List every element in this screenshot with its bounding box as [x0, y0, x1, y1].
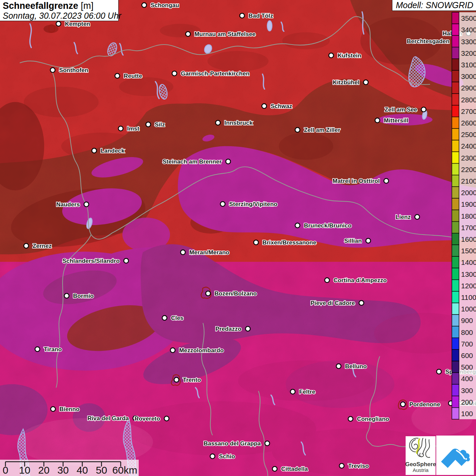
city-label-zell-am-ziller: Zell am Ziller	[304, 127, 340, 133]
colorbar-segment-800	[452, 326, 459, 338]
colorbar-segment-100	[452, 408, 459, 419]
geosphere-logo-subtext: Austria	[413, 468, 429, 473]
city-marker-sonthofen	[50, 68, 55, 72]
city-marker-kitzb-hel	[363, 80, 368, 85]
city-marker-bassano-del-grappa	[265, 441, 270, 446]
city-label-pordenone: Pordenone	[409, 401, 440, 408]
scale-label-50: 50	[96, 464, 107, 476]
city-marker-belluno	[336, 364, 341, 369]
city-marker-pordenone	[401, 402, 405, 407]
colorbar-value-1000: 1000	[461, 305, 476, 313]
model-label: Modell: SNOWGRID	[396, 0, 473, 10]
city-lienz: Lienz	[396, 214, 420, 220]
scale-label-40: 40	[76, 464, 88, 476]
colorbar-value-1400: 1400	[461, 258, 476, 266]
colorbar-segment-1300	[452, 268, 459, 279]
city-marker-imst	[118, 126, 123, 131]
colorbar-segment-1700	[452, 222, 459, 233]
city-label-reutte: Reutte	[124, 73, 142, 79]
city-marker-rovereto	[164, 416, 169, 421]
city-label-kempten: Kempten	[65, 21, 90, 27]
city-label-feltre: Feltre	[299, 389, 316, 395]
city-label-kitzb-hel: Kitzbühel	[333, 79, 359, 86]
city-marker-trento	[174, 377, 179, 382]
scale-label-10: 10	[19, 464, 30, 476]
colorbar-value-800: 800	[461, 328, 473, 336]
colorbar-value-2000: 2000	[461, 189, 476, 197]
colorbar-value-2600: 2600	[461, 119, 476, 127]
colorbar-value-3200: 3200	[461, 49, 476, 57]
colorbar-value-1800: 1800	[461, 212, 476, 220]
colorbar-value-2900: 2900	[461, 84, 476, 92]
colorbar-segment-300	[452, 384, 459, 396]
city-label-sonthofen: Sonthofen	[59, 67, 88, 73]
colorbar-value-200: 200	[461, 398, 473, 406]
city-marker-sillian	[366, 238, 371, 243]
city-marker-pieve-di-cadore	[359, 301, 364, 305]
colorbar-segment-1400	[452, 256, 459, 268]
colorbar-segment-2100	[452, 175, 459, 187]
colorbar-segment-3500	[452, 12, 459, 24]
city-label-zernez: Zernez	[33, 243, 52, 249]
city-marker-lienz	[415, 215, 420, 219]
city-label-tirano: Tirano	[44, 346, 62, 353]
scale-label-30: 30	[57, 464, 69, 476]
colorbar-segment-3300	[452, 35, 459, 47]
weather-map-screenshot: SchongauBad TölzKemptenMurnau am Staffel…	[0, 0, 476, 476]
colorbar-segment-2900	[452, 82, 459, 94]
snowline-map: SchongauBad TölzKemptenMurnau am Staffel…	[0, 0, 476, 476]
city-label-kufstein: Kufstein	[338, 52, 361, 59]
colorbar-value-3100: 3100	[461, 61, 476, 69]
city-label-bassano-del-grappa: Bassano del Grappa	[204, 440, 261, 447]
city-marker-bad-t-lz	[240, 13, 244, 18]
city-label-bozen-bolzano: Bozen/Bolzano	[215, 290, 257, 297]
scale-label-60km: 60km	[112, 464, 137, 476]
city-label-schio: Schio	[219, 453, 235, 460]
city-marker-landeck	[92, 148, 97, 153]
colorbar-segment-400	[452, 373, 459, 384]
city-marker-garmisch-partenkirchen	[172, 71, 177, 76]
city-marker-schlanders-silandro	[124, 258, 129, 263]
colorbar-segment-2200	[452, 164, 459, 175]
city-marker-spilimbergo	[437, 369, 441, 374]
city-label-trento: Trento	[183, 377, 201, 383]
colorbar-value-1100: 1100	[461, 293, 476, 301]
city-label-meran-merano: Meran/Merano	[189, 249, 230, 256]
city-sterzing-vipiteno: Sterzing/Vipiteno	[220, 201, 277, 207]
city-label-innsbruck: Innsbruck	[224, 120, 253, 126]
colorbar-value-2200: 2200	[461, 166, 476, 173]
city-marker-predazzo	[245, 326, 250, 331]
colorbar-segment-600	[452, 350, 459, 361]
scale-label-0: 0	[3, 464, 8, 476]
city-murnau-am-staffelsee: Murnau am Staffelsee	[186, 31, 256, 37]
city-label-steinach-am-brenner: Steinach am Brenner	[163, 158, 222, 165]
title-parameter: Schneefallgrenze	[3, 1, 78, 11]
city-cortina-d-ampezzo: Cortina d'Ampezzo	[325, 277, 387, 284]
city-marker-innsbruck	[216, 120, 220, 125]
colorbar-segment-1500	[452, 245, 459, 256]
city-label-cortina-d-ampezzo: Cortina d'Ampezzo	[334, 277, 387, 284]
city-label-zell-am-see: Zell am See	[385, 106, 417, 113]
colorbar-value-2100: 2100	[461, 177, 476, 185]
colorbar-value-2400: 2400	[461, 142, 476, 150]
city-marker-kempten	[56, 21, 61, 26]
city-label-cles: Cles	[171, 315, 184, 321]
colorbar-value-1900: 1900	[461, 200, 476, 208]
colorbar-segment-2700	[452, 105, 459, 117]
city-label-cittadella: Cittadella	[281, 466, 308, 472]
city-marker-treviso	[339, 463, 344, 468]
colorbar-value-300: 300	[461, 387, 473, 394]
colorbar-segment-1000	[452, 303, 459, 314]
city-label-silz: Silz	[155, 121, 165, 128]
city-marker-cittadella	[272, 466, 277, 471]
city-marker-zernez	[24, 243, 29, 248]
city-marker-conegliano	[348, 417, 353, 421]
colorbar-segment-500	[452, 361, 459, 373]
avalanche-report-logo-box	[436, 436, 474, 475]
geosphere-contour-icon	[408, 436, 433, 461]
city-label-conegliano: Conegliano	[357, 416, 389, 422]
scale-bar: 0102030405060km	[0, 460, 139, 476]
model-box: Modell: SNOWGRID	[392, 0, 476, 11]
colorbar-value-900: 900	[461, 317, 473, 324]
city-label-sterzing-vipiteno: Sterzing/Vipiteno	[229, 201, 277, 207]
